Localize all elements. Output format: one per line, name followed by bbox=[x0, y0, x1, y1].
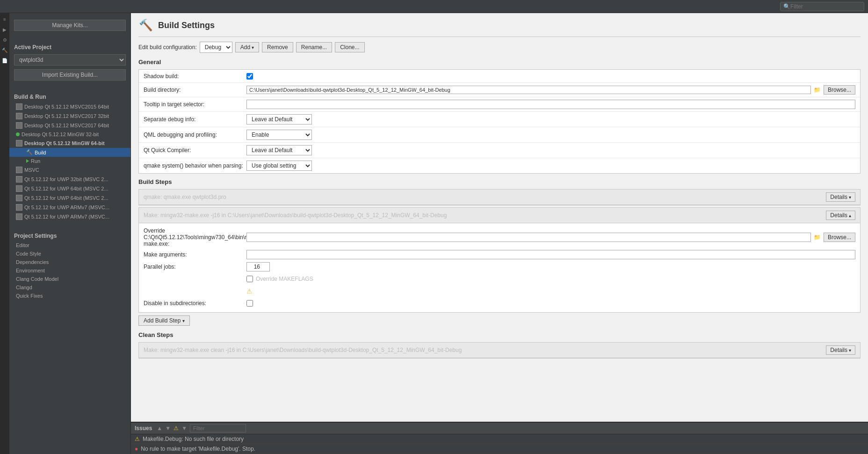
wrench-icon: 🔨 bbox=[26, 149, 33, 155]
separate-debug-label: Separate debug info: bbox=[144, 116, 246, 123]
kit-item-uwp64b[interactable]: Qt 5.12.12 for UWP 64bit (MSVC 2... bbox=[9, 193, 130, 203]
build-dir-row: Build directory: C:\Users\janet\Download… bbox=[139, 83, 860, 97]
chevron-down-icon bbox=[252, 44, 254, 51]
clean-details-button[interactable]: Details bbox=[826, 345, 855, 355]
config-label: Edit build configuration: bbox=[138, 44, 197, 51]
monitor-icon-6 bbox=[16, 176, 22, 183]
qt-quick-select[interactable]: Leave at Default bbox=[246, 145, 312, 155]
play-icon bbox=[26, 159, 29, 163]
disable-subdirs-label: Disable in subdirectories: bbox=[144, 300, 246, 307]
qmake-details-button[interactable]: Details bbox=[826, 192, 855, 202]
make-step-title: Make: mingw32-make.exe -j16 in C:\Users\… bbox=[144, 212, 447, 219]
override-browse-button[interactable]: Browse... bbox=[824, 233, 855, 242]
kit-item-msvc2017-32[interactable]: Desktop Qt 5.12.12 MSVC2017 32bit bbox=[9, 111, 130, 121]
issues-up-icon[interactable]: ▲ bbox=[157, 425, 162, 432]
settings-item-environment[interactable]: Environment bbox=[9, 266, 130, 275]
make-args-row: Make arguments: bbox=[144, 249, 855, 261]
issue-row-2: ● No rule to make target 'Makefile.Debug… bbox=[131, 444, 868, 454]
override-makeflags-label: Override MAKEFLAGS bbox=[256, 276, 313, 282]
tooltip-input[interactable] bbox=[246, 100, 855, 109]
clean-make-step-block: Make: mingw32-make.exe clean -j16 in C:\… bbox=[138, 342, 861, 359]
left-icon-5[interactable]: 📄 bbox=[0, 56, 9, 65]
left-panel-icons: ≡ ▶ ⚙ 🔨 📄 bbox=[0, 13, 9, 454]
manage-kits-button[interactable]: Manage Kits... bbox=[14, 20, 126, 31]
monitor-icon-2 bbox=[16, 113, 22, 119]
page-title: Build Settings bbox=[158, 21, 215, 30]
make-args-label: Make arguments: bbox=[144, 251, 246, 258]
add-build-step-button[interactable]: Add Build Step bbox=[138, 315, 190, 326]
override-makeflags-checkbox[interactable] bbox=[246, 276, 253, 282]
override-row: Override C:\Qt\Qt5.12.12\Tools\mingw730_… bbox=[144, 226, 855, 249]
monitor-icon-9 bbox=[16, 204, 22, 211]
top-filter-input[interactable] bbox=[790, 3, 861, 10]
kit-item-msvc2017-64[interactable]: Desktop Qt 5.12.12 MSVC2017 64bit bbox=[9, 121, 130, 130]
settings-item-quick-fixes[interactable]: Quick Fixes bbox=[9, 292, 130, 300]
kit-item-uwp-armv7b[interactable]: Qt 5.12.12 for UWP ARMv7 (MSVC... bbox=[9, 212, 130, 221]
build-dir-path: C:\Users\janet\Downloads\build-qwtplot3d… bbox=[246, 86, 811, 94]
rename-config-button[interactable]: Rename... bbox=[296, 42, 332, 52]
qmake-step-title: qmake: qmake.exe qwtplot3d.pro bbox=[144, 194, 226, 200]
issues-warning-icon[interactable]: ⚠ bbox=[174, 425, 179, 432]
kit-item-uwp32[interactable]: Qt 5.12.12 for UWP 32bit (MSVC 2... bbox=[9, 175, 130, 184]
warning-icon: ⚠ bbox=[246, 287, 253, 295]
kit-item-mingw32[interactable]: Desktop Qt 5.12.12 MinGW 32-bit bbox=[9, 130, 130, 139]
make-step-block: Make: mingw32-make.exe -j16 in C:\Users\… bbox=[138, 207, 861, 313]
config-select[interactable]: Debug bbox=[200, 42, 232, 53]
issues-down-icon[interactable]: ▼ bbox=[165, 425, 171, 432]
kit-item-msvc2015[interactable]: Desktop Qt 5.12.12 MSVC2015 64bit bbox=[9, 102, 130, 111]
chevron-down-icon-3 bbox=[182, 317, 185, 324]
top-bar: 🔍 bbox=[0, 0, 868, 13]
qml-debug-row: QML debugging and profiling: Enable bbox=[139, 127, 860, 143]
clone-config-button[interactable]: Clone... bbox=[335, 42, 364, 52]
active-project-label: Active Project bbox=[9, 41, 130, 52]
import-existing-build-button[interactable]: Import Existing Build... bbox=[14, 69, 126, 81]
settings-item-clangd[interactable]: Clangd bbox=[9, 283, 130, 292]
build-steps-title: Build Steps bbox=[138, 178, 861, 185]
settings-item-code-style[interactable]: Code Style bbox=[9, 249, 130, 258]
build-run-section: Build & Run Desktop Qt 5.12.12 MSVC2015 … bbox=[9, 86, 130, 225]
search-icon: 🔍 bbox=[783, 3, 790, 10]
qml-debug-label: QML debugging and profiling: bbox=[144, 132, 246, 138]
shadow-build-checkbox[interactable] bbox=[246, 73, 253, 80]
run-sub-item[interactable]: Run bbox=[9, 157, 130, 165]
monitor-icon-5 bbox=[16, 167, 22, 173]
build-sub-item[interactable]: 🔨 Build bbox=[9, 148, 130, 157]
wrench-icon-large: 🔨 bbox=[138, 18, 153, 33]
left-icon-4[interactable]: 🔨 bbox=[0, 46, 9, 54]
qml-debug-select[interactable]: Enable bbox=[246, 130, 312, 140]
settings-item-clang-code-model[interactable]: Clang Code Model bbox=[9, 275, 130, 283]
build-dir-browse-button[interactable]: Browse... bbox=[824, 85, 855, 95]
issues-filter-input[interactable] bbox=[190, 424, 246, 432]
warning-row: ⚠ bbox=[144, 285, 855, 297]
kit-item-msvc[interactable]: MSVC bbox=[9, 165, 130, 175]
make-details-button[interactable]: Details bbox=[826, 211, 855, 220]
settings-item-editor[interactable]: Editor bbox=[9, 241, 130, 249]
main-content: 🔨 Build Settings Edit build configuratio… bbox=[131, 13, 868, 454]
add-config-button[interactable]: Add bbox=[235, 42, 259, 52]
qt-quick-row: Qt Quick Compiler: Leave at Default bbox=[139, 143, 860, 158]
disable-subdirs-checkbox[interactable] bbox=[246, 300, 253, 307]
filter-search-box[interactable]: 🔍 bbox=[780, 2, 864, 11]
issues-filter-icon[interactable]: ▼ bbox=[181, 425, 187, 432]
kit-item-uwp-armv7a[interactable]: Qt 5.12.12 for UWP ARMv7 (MSVC... bbox=[9, 203, 130, 212]
make-args-input[interactable] bbox=[246, 250, 855, 259]
sidebar: Manage Kits... Active Project qwtplot3d … bbox=[9, 13, 131, 454]
project-select[interactable]: qwtplot3d bbox=[14, 54, 126, 66]
remove-config-button[interactable]: Remove bbox=[262, 42, 293, 52]
separate-debug-select[interactable]: Leave at Default bbox=[246, 114, 312, 124]
settings-item-dependencies[interactable]: Dependencies bbox=[9, 258, 130, 266]
left-icon-2[interactable]: ▶ bbox=[0, 25, 9, 34]
page-header: 🔨 Build Settings bbox=[138, 18, 861, 37]
kit-item-mingw64[interactable]: Desktop Qt 5.12.12 MinGW 64-bit bbox=[9, 139, 130, 148]
kit-item-uwp64a[interactable]: Qt 5.12.12 for UWP 64bit (MSVC 2... bbox=[9, 184, 130, 193]
monitor-icon-7 bbox=[16, 185, 22, 192]
left-icon-1[interactable]: ≡ bbox=[0, 15, 9, 23]
monitor-icon-4 bbox=[16, 140, 22, 146]
qmake-behavior-select[interactable]: Use global setting bbox=[246, 161, 312, 171]
parallel-jobs-input[interactable] bbox=[246, 262, 270, 271]
left-icon-3[interactable]: ⚙ bbox=[0, 36, 9, 44]
green-dot-icon bbox=[16, 132, 20, 136]
issues-title: Issues bbox=[135, 425, 152, 432]
override-label: Override C:\Qt\Qt5.12.12\Tools\mingw730_… bbox=[144, 227, 246, 247]
override-input[interactable] bbox=[246, 233, 811, 242]
